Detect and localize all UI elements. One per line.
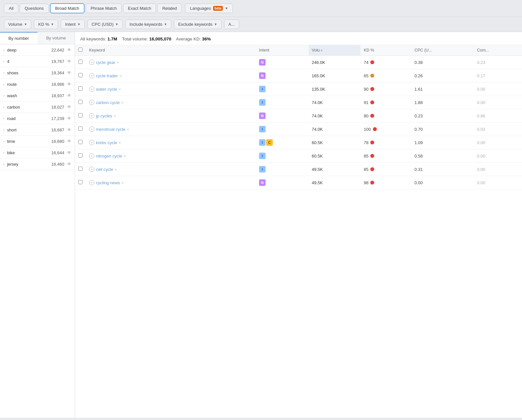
keyword-cell: + menstrual cycle » (86, 123, 256, 136)
filter-include-keywords[interactable]: Include keywords ▼ (125, 20, 171, 29)
sidebar-item-label: short (7, 128, 52, 132)
exclude-chevron-icon: ▼ (214, 22, 217, 26)
row-checkbox[interactable] (78, 180, 83, 184)
filter-exclude-keywords[interactable]: Exclude keywords ▼ (174, 20, 222, 29)
keyword-link[interactable]: + jp cycles » (89, 113, 116, 118)
sidebar-item[interactable]: › bike 16,644 👁 (0, 147, 75, 158)
keyword-link[interactable]: + carbon cycle » (89, 100, 123, 105)
filter-intent[interactable]: Intent ▼ (61, 20, 84, 29)
sidebar-item-count: 16,680 (51, 139, 64, 144)
keyword-cell: + jp cycles » (86, 109, 256, 123)
row-checkbox[interactable] (78, 153, 83, 158)
sidebar-tab-by-number[interactable]: By number (0, 32, 38, 44)
sidebar-item-eye-icon[interactable]: 👁 (67, 150, 71, 155)
table-row: + water cycle » I 135.0K 90 1.61 0.00 (75, 82, 522, 96)
sidebar-item[interactable]: › wash 18,937 👁 (0, 90, 75, 101)
sidebar-item-label: deep (7, 48, 52, 52)
sidebar-item[interactable]: › short 16,687 👁 (0, 124, 75, 136)
row-checkbox[interactable] (78, 167, 83, 171)
sidebar-item[interactable]: › route 18,986 👁 (0, 79, 75, 90)
header-comp: Com... (474, 45, 522, 56)
filter-kd[interactable]: KD % ▼ (34, 20, 58, 29)
sidebar-item[interactable]: › time 16,680 👁 (0, 136, 75, 147)
keyword-link[interactable]: + water cycle » (89, 86, 121, 92)
comp-cell: 0.00 (474, 149, 522, 163)
row-checkbox[interactable] (78, 100, 83, 104)
keywords-table: Keyword Intent Volu≡ KD % CPC (U... Com.… (75, 45, 522, 189)
row-checkbox[interactable] (78, 60, 83, 64)
sidebar-item-label: road (7, 116, 52, 121)
sidebar-item-eye-icon[interactable]: 👁 (67, 47, 71, 52)
keyword-link[interactable]: + cycle gear » (89, 60, 119, 65)
sidebar-item[interactable]: › jersey 16,460 👁 (0, 158, 75, 170)
sidebar: By number By volume › deep 22,642 👁 › 4 … (0, 32, 75, 418)
filter-volume[interactable]: Volume ▼ (4, 20, 31, 29)
intent-cell: I (256, 96, 309, 109)
intent-group: N (259, 72, 305, 79)
plus-icon: + (89, 86, 94, 92)
sidebar-item-eye-icon[interactable]: 👁 (67, 59, 71, 64)
sidebar-item-eye-icon[interactable]: 👁 (67, 127, 71, 132)
tab-exact-match[interactable]: Exact Match (123, 4, 156, 13)
sidebar-item-eye-icon[interactable]: 👁 (67, 161, 71, 167)
sidebar-item-eye-icon[interactable]: 👁 (67, 70, 71, 75)
top-nav: All Questions Broad Match Phrase Match E… (0, 0, 522, 17)
keyword-cell: + cycle gear » (86, 56, 256, 69)
sidebar-item-chevron-icon: › (3, 128, 5, 132)
keyword-link[interactable]: + nitrogen cycle » (89, 153, 126, 158)
volume-cell: 49.5K (309, 176, 361, 189)
keyword-link[interactable]: + cycling news » (89, 180, 124, 185)
row-checkbox-cell (75, 96, 86, 109)
intent-chevron-icon: ▼ (77, 22, 81, 26)
plus-icon: + (89, 100, 94, 105)
row-checkbox[interactable] (78, 127, 83, 131)
row-checkbox[interactable] (78, 86, 83, 91)
sidebar-tab-by-volume[interactable]: By volume (38, 32, 75, 44)
tab-phrase-match[interactable]: Phrase Match (86, 4, 122, 13)
plus-icon: + (89, 113, 94, 118)
keyword-link[interactable]: + krebs cycle » (89, 140, 121, 145)
tab-questions[interactable]: Questions (20, 4, 49, 13)
sidebar-tabs: By number By volume (0, 32, 75, 44)
filter-advanced[interactable]: A... (224, 20, 239, 29)
sidebar-item-eye-icon[interactable]: 👁 (67, 104, 71, 110)
filter-cpc[interactable]: CPC (USD) ▼ (87, 20, 123, 29)
sidebar-item-eye-icon[interactable]: 👁 (67, 82, 71, 87)
sidebar-item-eye-icon[interactable]: 👁 (67, 139, 71, 144)
row-checkbox[interactable] (78, 113, 83, 117)
tab-all[interactable]: All (4, 4, 18, 13)
keyword-link[interactable]: + cycle trader » (89, 73, 121, 78)
keyword-cell: + krebs cycle » (86, 136, 256, 149)
kd-dot-icon (373, 127, 377, 131)
keyword-cell: + nitrogen cycle » (86, 149, 256, 163)
intent-cell: IC (256, 136, 309, 149)
tab-languages[interactable]: Languages beta ▼ (185, 4, 233, 13)
sidebar-item[interactable]: › road 17,239 👁 (0, 113, 75, 124)
kd-dot-icon (370, 154, 374, 158)
sidebar-item[interactable]: › shoes 19,364 👁 (0, 67, 75, 79)
volume-cell: 74.0K (309, 96, 361, 109)
intent-badge: N (259, 179, 266, 186)
sidebar-item[interactable]: › 4 19,767 👁 (0, 56, 75, 67)
sidebar-item-count: 18,986 (51, 82, 64, 87)
kd-cell: 90 (361, 82, 411, 96)
tab-related[interactable]: Related (157, 4, 182, 13)
tab-broad-match[interactable]: Broad Match (50, 3, 84, 13)
sidebar-item[interactable]: › carbon 18,027 👁 (0, 101, 75, 113)
sidebar-item[interactable]: › deep 22,642 👁 (0, 44, 75, 56)
header-kd: KD % (361, 45, 411, 56)
sidebar-item-label: shoes (7, 70, 52, 75)
volume-cell: 60.5K (309, 136, 361, 149)
select-all-checkbox[interactable] (78, 48, 83, 52)
row-checkbox[interactable] (78, 140, 83, 144)
sidebar-item-eye-icon[interactable]: 👁 (67, 116, 71, 121)
keyword-link[interactable]: + menstrual cycle » (89, 127, 129, 132)
volume-chevron-icon: ▼ (24, 22, 27, 26)
header-volume[interactable]: Volu≡ (309, 45, 361, 56)
row-checkbox[interactable] (78, 73, 83, 77)
sidebar-item-count: 19,767 (51, 59, 64, 64)
table-row: + jp cycles » N 74.0K 80 0.23 0.86 (75, 109, 522, 123)
keyword-link[interactable]: + cell cycle » (89, 167, 117, 172)
sidebar-item-label: wash (7, 93, 52, 98)
sidebar-item-eye-icon[interactable]: 👁 (67, 93, 71, 98)
